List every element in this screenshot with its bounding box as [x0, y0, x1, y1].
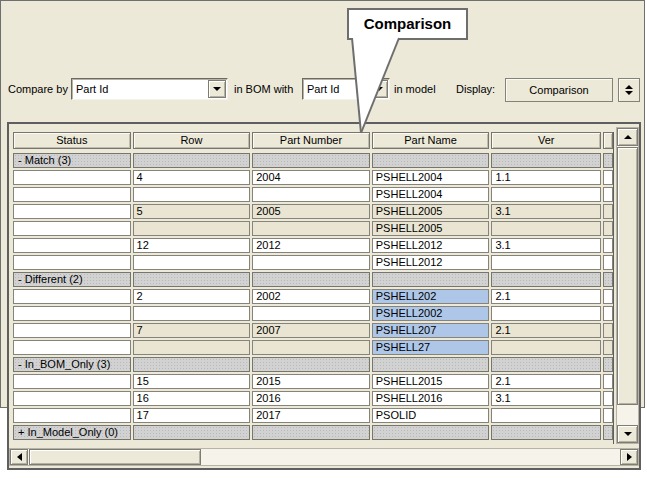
bom-combo-dropdown-button[interactable]: [208, 80, 226, 98]
cell-part-name[interactable]: PSHELL2016: [372, 391, 490, 406]
cell-row[interactable]: [133, 306, 251, 321]
cell-part-number[interactable]: 2017: [252, 408, 370, 423]
cell-row[interactable]: 15: [133, 374, 251, 389]
scroll-up-button[interactable]: [617, 128, 638, 146]
table-row[interactable]: PSHELL2002: [13, 306, 613, 321]
cell-part-name[interactable]: PSHELL2012: [372, 255, 490, 270]
group-header-row[interactable]: - In_BOM_Only (3): [13, 357, 613, 372]
bom-field-combobox[interactable]: Part Id: [71, 78, 228, 100]
cell-ver[interactable]: 2.1: [491, 289, 601, 304]
scroll-left-button[interactable]: [10, 449, 28, 465]
cell-part-number[interactable]: [252, 187, 370, 202]
cell-status[interactable]: [13, 323, 131, 338]
cell-status[interactable]: [13, 306, 131, 321]
cell-ver[interactable]: [491, 408, 601, 423]
cell-status[interactable]: [13, 255, 131, 270]
cell-part-name[interactable]: PSHELL2012: [372, 238, 490, 253]
cell-part-name[interactable]: PSHELL202: [372, 289, 490, 304]
cell-row[interactable]: [133, 187, 251, 202]
cell-status[interactable]: [13, 221, 131, 236]
cell-ver[interactable]: 3.1: [491, 238, 601, 253]
cell-row[interactable]: [133, 221, 251, 236]
group-header-row[interactable]: - Match (3): [13, 153, 613, 168]
cell-status[interactable]: [13, 340, 131, 355]
cell-ver[interactable]: [491, 221, 601, 236]
cell-row[interactable]: 16: [133, 391, 251, 406]
cell-part-number[interactable]: 2002: [252, 289, 370, 304]
cell-row[interactable]: 4: [133, 170, 251, 185]
table-row[interactable]: PSHELL2005: [13, 221, 613, 236]
group-header-row[interactable]: + In_Model_Only (0): [13, 425, 613, 440]
column-header-part-number[interactable]: Part Number: [252, 132, 370, 149]
cell-part-number[interactable]: 2015: [252, 374, 370, 389]
scroll-down-button[interactable]: [617, 425, 638, 443]
table-row[interactable]: 7 2007 PSHELL207 2.1: [13, 323, 613, 338]
cell-part-name[interactable]: PSOLID: [372, 408, 490, 423]
cell-status[interactable]: [13, 289, 131, 304]
cell-status[interactable]: [13, 408, 131, 423]
table-row[interactable]: 17 2017 PSOLID: [13, 408, 613, 423]
table-row[interactable]: PSHELL2012: [13, 255, 613, 270]
vertical-scrollbar[interactable]: [616, 127, 639, 444]
cell-row[interactable]: 5: [133, 204, 251, 219]
table-row[interactable]: 4 2004 PSHELL2004 1.1: [13, 170, 613, 185]
group-label[interactable]: - Different (2): [13, 272, 131, 287]
cell-part-number[interactable]: [252, 221, 370, 236]
cell-row[interactable]: [133, 255, 251, 270]
table-row[interactable]: 2 2002 PSHELL202 2.1: [13, 289, 613, 304]
cell-part-name[interactable]: PSHELL2004: [372, 187, 490, 202]
cell-part-name[interactable]: PSHELL27: [372, 340, 490, 355]
cell-ver[interactable]: 3.1: [491, 391, 601, 406]
cell-part-number[interactable]: 2004: [252, 170, 370, 185]
horizontal-scroll-thumb[interactable]: [29, 449, 201, 465]
column-header-part-name[interactable]: Part Name: [372, 132, 490, 149]
vertical-scroll-thumb[interactable]: [617, 147, 638, 405]
cell-part-name[interactable]: PSHELL2005: [372, 221, 490, 236]
table-row[interactable]: 15 2015 PSHELL2015 2.1: [13, 374, 613, 389]
cell-part-number[interactable]: 2012: [252, 238, 370, 253]
cell-ver[interactable]: [491, 340, 601, 355]
cell-part-number[interactable]: [252, 340, 370, 355]
cell-ver[interactable]: 3.1: [491, 204, 601, 219]
cell-ver[interactable]: [491, 187, 601, 202]
cell-status[interactable]: [13, 187, 131, 202]
cell-part-number[interactable]: [252, 255, 370, 270]
horizontal-scrollbar[interactable]: [9, 448, 639, 466]
cell-part-name[interactable]: PSHELL207: [372, 323, 490, 338]
group-label[interactable]: - Match (3): [13, 153, 131, 168]
cell-ver[interactable]: [491, 306, 601, 321]
cell-row[interactable]: 17: [133, 408, 251, 423]
cell-row[interactable]: 7: [133, 323, 251, 338]
cell-ver[interactable]: 2.1: [491, 374, 601, 389]
display-mode-selector[interactable]: Comparison: [505, 78, 613, 102]
group-label[interactable]: + In_Model_Only (0): [13, 425, 131, 440]
column-header-row[interactable]: Row: [133, 132, 251, 149]
group-header-row[interactable]: - Different (2): [13, 272, 613, 287]
cell-row[interactable]: [133, 340, 251, 355]
group-label[interactable]: - In_BOM_Only (3): [13, 357, 131, 372]
cell-part-name[interactable]: PSHELL2004: [372, 170, 490, 185]
scroll-right-button[interactable]: [620, 449, 638, 465]
cell-status[interactable]: [13, 238, 131, 253]
cell-part-name[interactable]: PSHELL2002: [372, 306, 490, 321]
cell-row[interactable]: 2: [133, 289, 251, 304]
cell-part-number[interactable]: 2005: [252, 204, 370, 219]
cell-ver[interactable]: [491, 255, 601, 270]
cell-status[interactable]: [13, 391, 131, 406]
column-header-status[interactable]: Status: [13, 132, 131, 149]
column-header-ver[interactable]: Ver: [491, 132, 601, 149]
cell-status[interactable]: [13, 204, 131, 219]
cell-part-name[interactable]: PSHELL2005: [372, 204, 490, 219]
cell-ver[interactable]: 1.1: [491, 170, 601, 185]
cell-part-number[interactable]: 2007: [252, 323, 370, 338]
table-row[interactable]: PSHELL27: [13, 340, 613, 355]
cell-ver[interactable]: 2.1: [491, 323, 601, 338]
table-row[interactable]: PSHELL2004: [13, 187, 613, 202]
table-row[interactable]: 12 2012 PSHELL2012 3.1: [13, 238, 613, 253]
cell-part-name[interactable]: PSHELL2015: [372, 374, 490, 389]
display-mode-spinner-button[interactable]: [618, 78, 640, 102]
table-row[interactable]: 16 2016 PSHELL2016 3.1: [13, 391, 613, 406]
cell-part-number[interactable]: 2016: [252, 391, 370, 406]
table-row[interactable]: 5 2005 PSHELL2005 3.1: [13, 204, 613, 219]
cell-status[interactable]: [13, 170, 131, 185]
